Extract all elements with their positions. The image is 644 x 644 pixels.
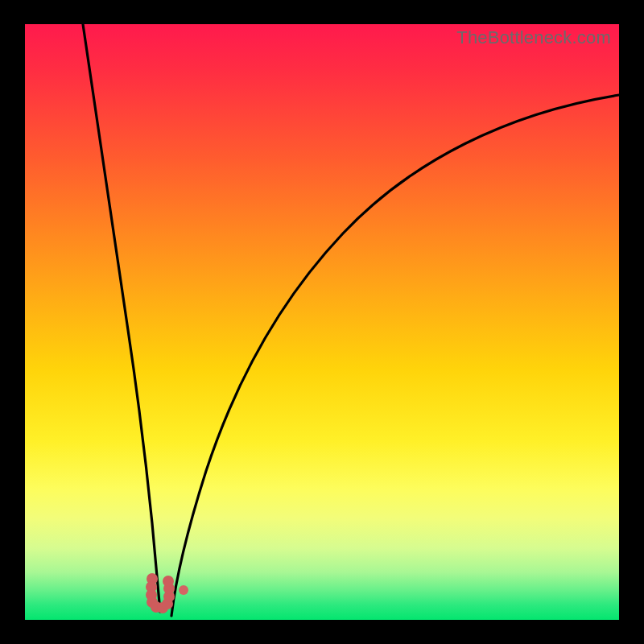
svg-point-9 xyxy=(163,576,174,587)
marker-end-dot xyxy=(179,585,188,595)
chart-frame: TheBottleneck.com xyxy=(0,0,644,644)
plot-area: TheBottleneck.com xyxy=(25,24,619,620)
marker-u-cluster xyxy=(146,573,188,613)
chart-curves xyxy=(25,24,619,620)
curve-left-branch xyxy=(83,24,160,612)
curve-right-branch xyxy=(171,95,619,616)
